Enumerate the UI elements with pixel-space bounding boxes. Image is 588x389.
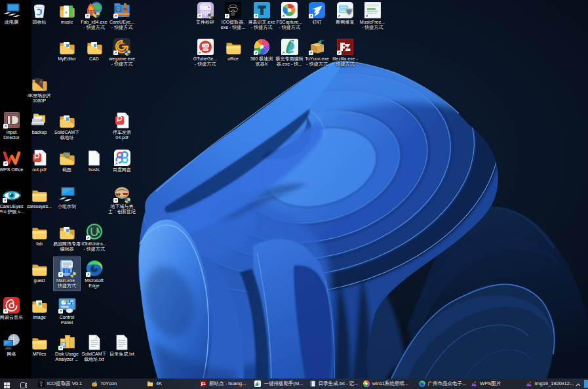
svg-text:ZIP: ZIP xyxy=(117,9,120,12)
svg-text:Tube: Tube xyxy=(203,44,209,47)
svg-text:Get: Get xyxy=(203,48,208,51)
